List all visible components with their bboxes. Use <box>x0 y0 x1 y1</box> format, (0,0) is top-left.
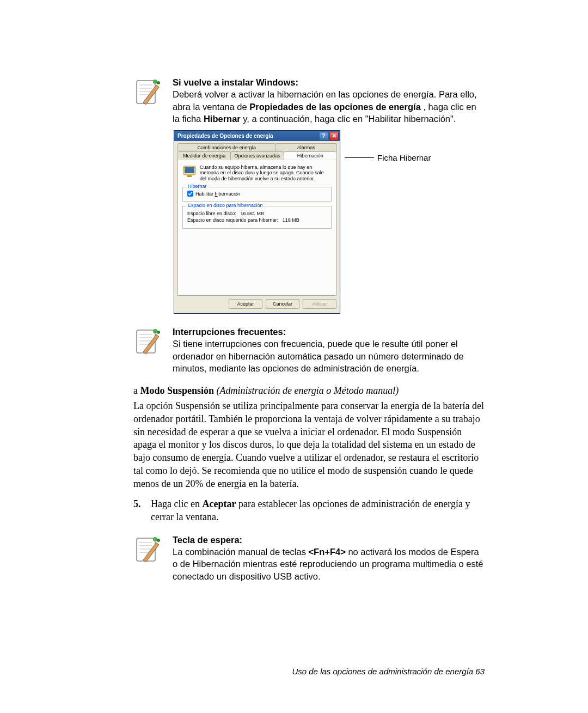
tab-panel-hibernate: Cuando su equipo hiberna, almacena lo qu… <box>177 160 336 296</box>
monitor-icon <box>182 164 197 179</box>
dialog-titlebar: Propiedades de Opciones de energía ? ✕ <box>174 131 340 141</box>
notepad-pencil-icon <box>133 327 163 356</box>
fieldset-hibernate: Hibernar Habilitar hibernación <box>182 187 332 202</box>
close-icon[interactable]: ✕ <box>329 132 339 141</box>
ok-button[interactable]: Aceptar <box>229 299 262 309</box>
suspend-paragraph: La opción Suspensión se utiliza principa… <box>133 400 485 490</box>
apply-button[interactable]: Aplicar <box>303 299 336 309</box>
svg-rect-10 <box>187 175 192 177</box>
note-heading: Interrupciones frecuentes: <box>173 327 286 337</box>
tab-advanced[interactable]: Opciones avanzadas <box>230 151 284 160</box>
help-icon[interactable]: ? <box>319 132 328 141</box>
required-space-row: Espacio en disco requerido para hibernar… <box>187 217 327 223</box>
tab-power-meter[interactable]: Medidor de energía <box>177 151 231 160</box>
svg-point-26 <box>157 539 160 542</box>
notepad-pencil-icon <box>133 535 163 564</box>
tabstrip: Combinaciones de energía Alarmas Medidor… <box>177 143 336 160</box>
tab-power-schemes[interactable]: Combinaciones de energía <box>177 143 275 151</box>
svg-point-18 <box>157 331 160 334</box>
page-footer: Uso de las opciones de administración de… <box>292 667 485 676</box>
fieldset-legend: Hibernar <box>186 184 209 189</box>
power-options-dialog: Propiedades de Opciones de energía ? ✕ C… <box>174 130 340 314</box>
callout-hibernate-tab: Ficha Hibernar <box>345 153 431 162</box>
note-heading: Tecla de espera: <box>173 535 242 545</box>
free-space-row: Espacio libre en disco: 16.681 MB <box>187 211 327 216</box>
note-reinstall: Si vuelve a instalar Windows: Deberá vol… <box>133 76 485 125</box>
dialog-title: Propiedades de Opciones de energía <box>177 133 273 139</box>
svg-point-7 <box>157 81 160 84</box>
note-heading: Si vuelve a instalar Windows: <box>173 77 298 87</box>
svg-point-25 <box>153 537 157 541</box>
svg-point-17 <box>153 329 157 333</box>
enable-hibernate-checkbox[interactable]: Habilitar hibernación <box>187 191 327 197</box>
note-text: Si vuelve a instalar Windows: Deberá vol… <box>173 76 485 125</box>
fieldset-legend: Espacio en disco para hibernación <box>186 203 265 208</box>
svg-rect-9 <box>185 167 194 173</box>
cancel-button[interactable]: Cancelar <box>266 299 299 309</box>
checkbox-input[interactable] <box>187 191 193 197</box>
tab-alarms[interactable]: Alarmas <box>275 143 337 151</box>
note-text: Tecla de espera: La combinación manual d… <box>173 534 485 582</box>
section-heading-suspend: a Modo Suspensión (Administración de ene… <box>133 385 485 397</box>
note-standby-key: Tecla de espera: La combinación manual d… <box>133 534 485 582</box>
note-interruptions: Interrupciones frecuentes: Si tiene inte… <box>133 326 485 374</box>
step-5: 5. Haga clic en Aceptar para establecer … <box>133 498 485 524</box>
notepad-pencil-icon <box>133 77 163 107</box>
fieldset-disk-space: Espacio en disco para hibernación Espaci… <box>182 206 332 229</box>
svg-point-6 <box>153 80 157 84</box>
hibernate-info-text: Cuando su equipo hiberna, almacena lo qu… <box>200 164 332 181</box>
tab-hibernate[interactable]: Hibernación <box>284 151 337 160</box>
note-text: Interrupciones frecuentes: Si tiene inte… <box>173 326 485 374</box>
